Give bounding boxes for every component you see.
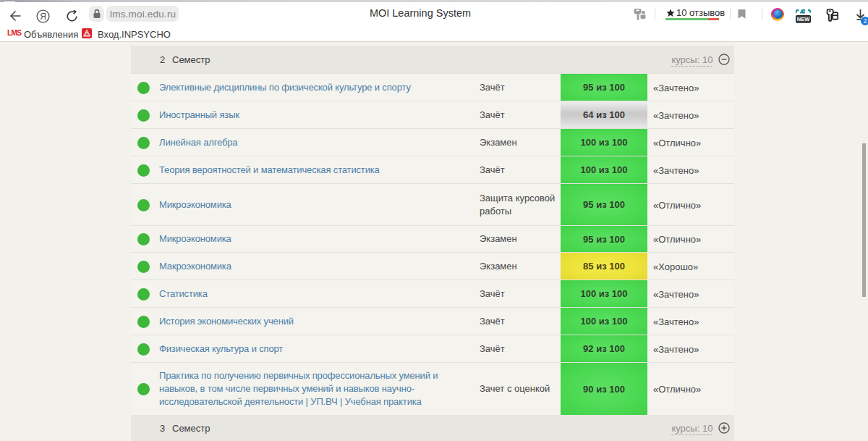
svg-text:NEW: NEW <box>797 16 810 22</box>
